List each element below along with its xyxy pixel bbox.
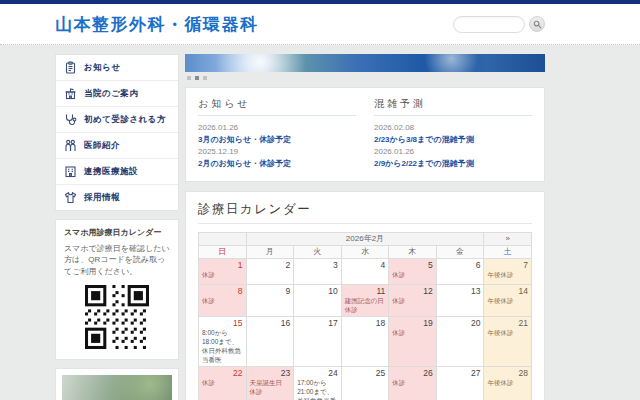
day-number: 13 [440,286,481,296]
day-header-6: 土 [484,245,532,258]
day-number: 14 [487,286,528,296]
sidebar-item-label: 初めて受診される方 [84,114,166,126]
day-note: 休診 [202,271,243,280]
sidebar-item-2[interactable]: 初めて受診される方 [56,107,178,133]
day-number: 4 [345,260,386,270]
calendar-day-28[interactable]: 28午後休診 [484,367,532,400]
sidebar-item-0[interactable]: お知らせ [56,55,178,81]
day-number: 21 [487,318,528,328]
calendar-day-14[interactable]: 14午後休診 [484,284,532,317]
calendar-day-23[interactable]: 23天皇誕生日 休診 [246,367,294,400]
calendar-day-7[interactable]: 7午後休診 [484,258,532,284]
day-number: 22 [202,368,243,378]
calendar-day-24[interactable]: 2417:00から21:00まで、外科救急当番医 [294,367,342,400]
day-note: 8:00から18:00まで、休日外科救急当番医 [202,329,243,364]
news-item-link[interactable]: 2/9から2/22までの混雑予測 [374,158,532,170]
day-number: 18 [345,318,386,328]
calendar-day-26[interactable]: 26休診 [389,367,437,400]
news-item-link[interactable]: 2月のお知らせ・休診予定 [198,158,356,170]
banner-dot-active[interactable] [195,76,199,80]
news-item-date: 2026.02.08 [374,122,532,134]
day-number: 2 [250,260,291,270]
day-number: 25 [345,368,386,378]
calendar-day-21[interactable]: 21午後休診 [484,317,532,367]
day-number: 17 [297,318,338,328]
qr-box-description: スマホで診療日を確認したい方は、QRコードを読み取ってご利用ください。 [64,243,170,278]
calendar-day-5[interactable]: 5休診 [389,258,437,284]
building-icon [64,87,77,100]
calendar-day-6[interactable]: 6 [436,258,484,284]
day-header-3: 水 [341,245,389,258]
sidebar-photo-box [55,368,179,400]
day-number: 9 [250,286,291,296]
calendar-day-20[interactable]: 20 [436,317,484,367]
day-note: 午後休診 [487,297,528,306]
calendar-day-18[interactable]: 18 [341,317,389,367]
calendar-day-header-row: 日月火水木金土 [199,245,532,258]
shirt-icon [64,191,77,204]
news-item-date: 2025.12.19 [198,146,356,158]
news-item-date: 2026.01.26 [374,146,532,158]
calendar-day-27[interactable]: 27 [436,367,484,400]
sidebar-item-4[interactable]: 連携医療施設 [56,159,178,185]
search-input[interactable] [453,16,525,33]
day-number: 26 [392,368,433,378]
day-note: 午後休診 [487,329,528,338]
calendar-day-11[interactable]: 11建国記念の日 休診 [341,284,389,317]
calendar-next-button[interactable]: » [484,232,532,245]
calendar-day-3[interactable]: 3 [294,258,342,284]
calendar-day-1[interactable]: 1休診 [199,258,247,284]
search-icon [533,20,542,29]
day-note: 休診 [392,329,433,338]
day-note: 午後休診 [487,379,528,388]
sidebar-item-label: 医師紹介 [84,140,120,152]
news-title: お知らせ [198,97,356,116]
calendar-day-12[interactable]: 12休診 [389,284,437,317]
calendar-title: 診療日カレンダー [198,201,532,224]
site-title[interactable]: 山本整形外科・循環器科 [55,13,259,36]
day-number: 19 [392,318,433,328]
stethoscope-icon [64,113,77,126]
sidebar-item-1[interactable]: 当院のご案内 [56,81,178,107]
day-number: 7 [487,260,528,270]
calendar-day-2[interactable]: 2 [246,258,294,284]
sidebar-item-5[interactable]: 採用情報 [56,185,178,210]
news-item-link[interactable]: 2/23から3/8までの混雑予測 [374,134,532,146]
day-note: 休診 [392,297,433,306]
calendar-day-8[interactable]: 8休診 [199,284,247,317]
search-button[interactable] [529,16,545,32]
calendar-week-row: 1休診2345休診67午後休診 [199,258,532,284]
day-number: 20 [440,318,481,328]
hospital-icon [64,165,77,178]
site-header: 山本整形外科・循環器科 [0,4,640,45]
news-card: お知らせ 2026.01.263月のお知らせ・休診予定2025.12.192月の… [185,87,545,182]
day-header-2: 火 [294,245,342,258]
day-number: 16 [250,318,291,328]
banner-dot[interactable] [187,76,191,80]
calendar-day-16[interactable]: 16 [246,317,294,367]
calendar-day-19[interactable]: 19休診 [389,317,437,367]
day-note: 17:00から21:00まで、外科救急当番医 [297,379,338,400]
sidebar-nav: お知らせ当院のご案内初めて受診される方医師紹介連携医療施設採用情報 [55,54,179,211]
news-list: 2026.01.263月のお知らせ・休診予定2025.12.192月のお知らせ・… [198,122,356,171]
calendar-day-10[interactable]: 10 [294,284,342,317]
sidebar-item-label: 採用情報 [84,192,120,204]
calendar-prev-cell [199,232,247,245]
calendar-day-15[interactable]: 158:00から18:00まで、休日外科救急当番医 [199,317,247,367]
calendar-body: 1休診2345休診67午後休診8休診91011建国記念の日 休診12休診1314… [199,258,532,400]
day-number: 6 [440,260,481,270]
day-note: 建国記念の日 休診 [345,297,386,315]
calendar-day-22[interactable]: 22休診 [199,367,247,400]
sidebar-item-3[interactable]: 医師紹介 [56,133,178,159]
calendar-week-row: 158:00から18:00まで、休日外科救急当番医16171819休診2021午… [199,317,532,367]
calendar-day-17[interactable]: 17 [294,317,342,367]
calendar-day-4[interactable]: 4 [341,258,389,284]
clinic-photo[interactable] [62,375,172,400]
calendar-day-25[interactable]: 25 [341,367,389,400]
day-number: 1 [202,260,243,270]
day-number: 27 [440,368,481,378]
calendar-day-13[interactable]: 13 [436,284,484,317]
banner-dot[interactable] [203,76,207,80]
news-item-link[interactable]: 3月のお知らせ・休診予定 [198,134,356,146]
calendar-day-9[interactable]: 9 [246,284,294,317]
